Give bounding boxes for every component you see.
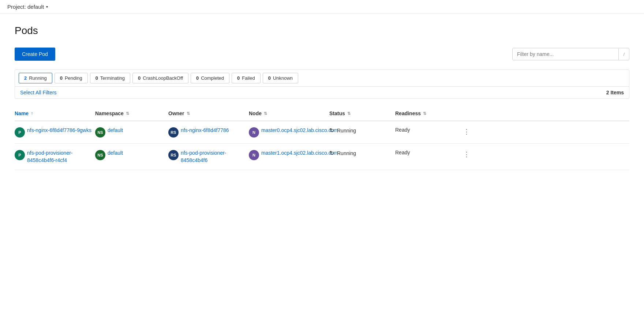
namespace-badge-1: NS <box>95 150 105 160</box>
sort-asc-icon: ↑ <box>31 111 33 116</box>
td-actions-0: ⋮ <box>461 127 476 136</box>
project-chevron-icon: ▾ <box>46 5 48 9</box>
th-namespace-label: Namespace <box>95 110 124 116</box>
chip-count-pending: 0 <box>60 75 63 81</box>
readiness-text-1: Ready <box>395 150 410 155</box>
chip-label-unknown: Unknown <box>273 75 293 81</box>
td-readiness-1: Ready <box>395 150 461 155</box>
filter-chip-pending[interactable]: 0Pending <box>55 73 88 83</box>
name-badge-1: P <box>15 150 25 160</box>
filter-shortcut-key: / <box>618 49 629 60</box>
filter-bar: 2Running0Pending0Terminating0CrashLoopBa… <box>15 69 629 99</box>
chip-label-pending: Pending <box>65 75 82 81</box>
th-status-label: Status <box>329 110 345 116</box>
select-all-filters-link[interactable]: Select All Filters <box>20 90 57 95</box>
readiness-text-0: Ready <box>395 127 410 133</box>
td-node-0: N master0.ocp4.sjc02.lab.cisco.com <box>249 127 329 138</box>
project-label: Project: default <box>7 4 44 10</box>
owner-badge-0: RS <box>168 127 179 138</box>
th-actions <box>461 110 476 116</box>
page-title: Pods <box>15 25 629 37</box>
th-readiness-label: Readiness <box>395 110 421 116</box>
table-body: P nfs-nginx-6f8d4f7786-9gwks NS default … <box>15 121 629 170</box>
chip-label-completed: Completed <box>201 75 224 81</box>
td-namespace-0: NS default <box>95 127 168 138</box>
th-status[interactable]: Status ⇅ <box>329 110 395 116</box>
th-owner[interactable]: Owner ⇅ <box>168 110 249 116</box>
node-badge-0: N <box>249 127 259 138</box>
chip-label-crashloopbackoff: CrashLoopBackOff <box>143 75 183 81</box>
namespace-link-1[interactable]: default <box>108 150 123 157</box>
filter-chip-unknown[interactable]: 0Unknown <box>263 73 298 83</box>
main-content: Pods Create Pod / 2Running0Pending0Termi… <box>0 14 644 181</box>
node-link-1[interactable]: master1.ocp4.sjc02.lab.cisco.com <box>261 150 338 157</box>
items-count: 2 Items <box>606 90 624 95</box>
th-node[interactable]: Node ⇅ <box>249 110 329 116</box>
filter-chip-completed[interactable]: 0Completed <box>191 73 229 83</box>
chip-label-running: Running <box>29 75 46 81</box>
filter-chip-terminating[interactable]: 0Terminating <box>90 73 130 83</box>
td-actions-1: ⋮ <box>461 150 476 159</box>
chip-count-crashloopbackoff: 0 <box>138 75 141 81</box>
td-status-0: ↻ Running <box>329 127 395 134</box>
filter-input[interactable] <box>513 48 618 60</box>
name-badge-0: P <box>15 127 25 138</box>
node-badge-1: N <box>249 150 259 160</box>
filter-chips: 2Running0Pending0Terminating0CrashLoopBa… <box>15 70 629 87</box>
chip-count-terminating: 0 <box>96 75 98 81</box>
td-readiness-0: Ready <box>395 127 461 133</box>
owner-link-0[interactable]: nfs-nginx-6f8d4f7786 <box>181 127 229 134</box>
td-node-1: N master1.ocp4.sjc02.lab.cisco.com <box>249 150 329 160</box>
td-name-1: P nfs-pod-provisioner-8458c4b4f6-r4cf4 <box>15 150 95 164</box>
status-text-0: Running <box>337 128 356 133</box>
node-sort-icon: ⇅ <box>264 111 267 116</box>
top-bar: Project: default ▾ <box>0 0 644 14</box>
td-namespace-1: NS default <box>95 150 168 160</box>
filter-input-wrap: / <box>512 48 629 60</box>
th-node-label: Node <box>249 110 262 116</box>
filter-chip-running[interactable]: 2Running <box>19 73 52 83</box>
row-kebab-button-0[interactable]: ⋮ <box>461 127 472 136</box>
filter-chip-crashloopbackoff[interactable]: 0CrashLoopBackOff <box>132 73 188 83</box>
pod-name-link-1[interactable]: nfs-pod-provisioner-8458c4b4f6-r4cf4 <box>27 150 95 164</box>
pod-name-link-0[interactable]: nfs-nginx-6f8d4f7786-9gwks <box>27 127 91 134</box>
namespace-sort-icon: ⇅ <box>126 111 129 116</box>
filter-actions: Select All Filters 2 Items <box>15 87 629 98</box>
owner-badge-1: RS <box>168 150 179 160</box>
status-text-1: Running <box>337 150 356 156</box>
th-owner-label: Owner <box>168 110 184 116</box>
project-selector[interactable]: Project: default ▾ <box>7 4 48 10</box>
table-row: P nfs-pod-provisioner-8458c4b4f6-r4cf4 N… <box>15 144 629 170</box>
chip-label-failed: Failed <box>242 75 255 81</box>
th-name[interactable]: Name ↑ <box>15 110 95 116</box>
row-kebab-button-1[interactable]: ⋮ <box>461 150 472 159</box>
chip-count-running: 2 <box>24 75 27 81</box>
td-status-1: ↻ Running <box>329 150 395 157</box>
owner-sort-icon: ⇅ <box>187 111 190 116</box>
node-link-0[interactable]: master0.ocp4.sjc02.lab.cisco.com <box>261 127 338 134</box>
th-readiness[interactable]: Readiness ⇅ <box>395 110 461 116</box>
owner-link-1[interactable]: nfs-pod-provisioner-8458c4b4f6 <box>181 150 249 164</box>
chip-count-unknown: 0 <box>268 75 271 81</box>
chip-count-completed: 0 <box>196 75 199 81</box>
td-owner-0: RS nfs-nginx-6f8d4f7786 <box>168 127 249 138</box>
chip-label-terminating: Terminating <box>100 75 125 81</box>
th-namespace[interactable]: Namespace ⇅ <box>95 110 168 116</box>
status-spin-icon-0: ↻ <box>329 127 334 134</box>
readiness-sort-icon: ⇅ <box>423 111 426 116</box>
namespace-link-0[interactable]: default <box>108 127 123 134</box>
table-header: Name ↑ Namespace ⇅ Owner ⇅ Node ⇅ Status… <box>15 106 629 121</box>
filter-chip-failed[interactable]: 0Failed <box>232 73 261 83</box>
chip-count-failed: 0 <box>237 75 240 81</box>
namespace-badge-0: NS <box>95 127 105 138</box>
status-spin-icon-1: ↻ <box>329 150 334 157</box>
toolbar: Create Pod / <box>15 48 629 61</box>
table-wrap: Name ↑ Namespace ⇅ Owner ⇅ Node ⇅ Status… <box>15 106 629 170</box>
status-sort-icon: ⇅ <box>347 111 351 116</box>
table-row: P nfs-nginx-6f8d4f7786-9gwks NS default … <box>15 121 629 144</box>
th-name-label: Name <box>15 110 29 116</box>
create-pod-button[interactable]: Create Pod <box>15 48 55 61</box>
td-name-0: P nfs-nginx-6f8d4f7786-9gwks <box>15 127 95 138</box>
td-owner-1: RS nfs-pod-provisioner-8458c4b4f6 <box>168 150 249 164</box>
